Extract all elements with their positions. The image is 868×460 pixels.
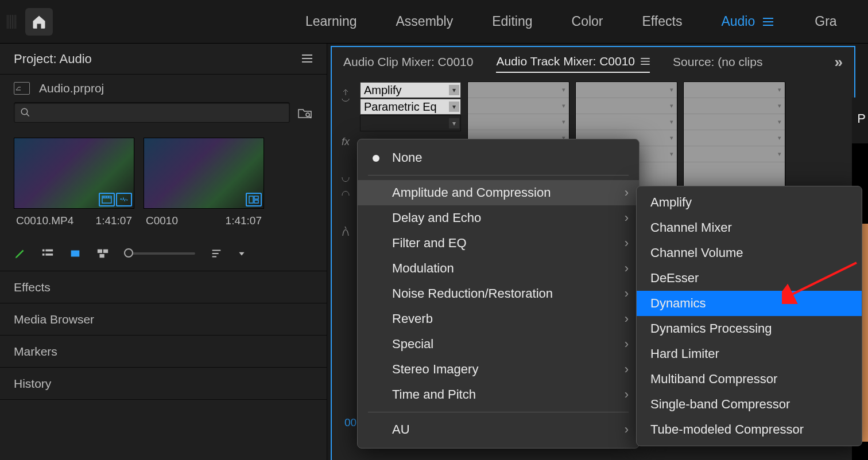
- panel-media-browser[interactable]: Media Browser: [0, 303, 327, 336]
- tab-source[interactable]: Source: (no clips: [673, 55, 762, 69]
- panel-effects[interactable]: Effects: [0, 271, 327, 303]
- fx-slot[interactable]: ▾: [684, 130, 785, 146]
- project-panel-title: Project: Audio: [14, 52, 92, 67]
- sequence-badge-icon: [246, 193, 262, 206]
- fx-deesser[interactable]: DeEsser: [637, 266, 862, 291]
- dropdown-icon[interactable]: ▾: [449, 118, 459, 128]
- chevron-right-icon: ›: [625, 185, 629, 200]
- fx-cat-stereo[interactable]: Stereo Imagery›: [358, 357, 639, 382]
- dropdown-icon[interactable]: ▾: [449, 85, 459, 95]
- dropdown-icon[interactable]: ▾: [449, 102, 459, 112]
- fx-cat-modulation[interactable]: Modulation›: [358, 256, 639, 281]
- chevron-right-icon: ›: [625, 286, 629, 301]
- workspace-menu-icon[interactable]: [763, 14, 773, 29]
- fx-slot[interactable]: ▾: [576, 98, 677, 114]
- fx-dynamics-processing[interactable]: Dynamics Processing: [637, 316, 862, 341]
- sort-dropdown-icon[interactable]: [238, 250, 246, 258]
- project-up-icon[interactable]: [14, 82, 30, 95]
- workspace-editing[interactable]: Editing: [492, 14, 532, 29]
- fx-slot-label: Parametric Eq: [364, 100, 437, 114]
- fx-slot[interactable]: ▾: [576, 114, 677, 130]
- audio-badge-icon: [116, 193, 132, 206]
- bin-item-1[interactable]: C0010 1:41:07: [144, 138, 264, 227]
- fx-cat-reverb[interactable]: Reverb›: [358, 306, 639, 332]
- panel-menu-icon[interactable]: [301, 52, 313, 65]
- zoom-slider[interactable]: [124, 252, 195, 255]
- fx-slot[interactable]: ▾: [684, 146, 785, 162]
- tab-clip-mixer[interactable]: Audio Clip Mixer: C0010: [343, 55, 473, 69]
- tab-menu-icon[interactable]: [641, 58, 650, 65]
- list-view-icon[interactable]: [41, 247, 54, 260]
- new-bin-button[interactable]: [297, 104, 313, 120]
- panel-history[interactable]: History: [0, 368, 327, 400]
- tab-track-mixer[interactable]: Audio Track Mixer: C0010: [496, 54, 650, 73]
- fx-none[interactable]: None: [358, 145, 639, 170]
- fx-slot[interactable]: ▾: [468, 114, 569, 130]
- chevron-right-icon: ›: [625, 362, 629, 377]
- fx-cat-filter[interactable]: Filter and EQ›: [358, 231, 639, 256]
- fx-hard-limiter[interactable]: Hard Limiter: [637, 341, 862, 367]
- chevron-right-icon: ›: [625, 261, 629, 276]
- fx-rail-label: fx: [342, 130, 350, 154]
- project-search[interactable]: [14, 102, 290, 123]
- chevron-right-icon: ›: [625, 210, 629, 225]
- home-button[interactable]: [25, 8, 53, 36]
- svg-point-1: [306, 113, 309, 116]
- fx-tube-compressor[interactable]: Tube-modeled Compressor: [637, 417, 862, 442]
- fx-slot-2[interactable]: ▾: [360, 115, 461, 131]
- pan-rail-icon: [341, 85, 350, 109]
- svg-rect-5: [254, 200, 258, 203]
- workspace-learning[interactable]: Learning: [305, 14, 357, 29]
- sort-icon[interactable]: [210, 247, 223, 260]
- fx-slot[interactable]: ▾: [468, 82, 569, 98]
- fx-slot-0[interactable]: Amplify▾: [360, 82, 461, 98]
- svg-point-0: [21, 108, 28, 115]
- svg-rect-13: [100, 254, 104, 258]
- svg-rect-7: [45, 250, 53, 252]
- fx-slot[interactable]: ▾: [576, 82, 677, 98]
- bin-item-0[interactable]: C0010.MP4 1:41:07: [14, 138, 134, 227]
- fx-cat-special[interactable]: Special›: [358, 332, 639, 357]
- fx-slot[interactable]: ▾: [684, 114, 785, 130]
- fx-slot[interactable]: ▾: [468, 98, 569, 114]
- freeform-view-icon[interactable]: [96, 247, 109, 260]
- fx-slot[interactable]: ▾: [684, 82, 785, 98]
- workspace-audio-label: Audio: [721, 14, 755, 29]
- svg-rect-3: [249, 196, 253, 203]
- thumbnail: [144, 138, 264, 209]
- workspace-effects[interactable]: Effects: [642, 14, 683, 29]
- fx-cat-time[interactable]: Time and Pitch›: [358, 382, 639, 407]
- menu-label: Special: [392, 337, 433, 352]
- workspace-graphics[interactable]: Gra: [815, 14, 836, 29]
- fx-cat-delay[interactable]: Delay and Echo›: [358, 205, 639, 231]
- fx-singleband-compressor[interactable]: Single-band Compressor: [637, 392, 862, 417]
- workspace-audio[interactable]: Audio: [721, 14, 773, 29]
- fx-cat-au[interactable]: AU›: [358, 417, 639, 442]
- fx-channel-volume[interactable]: Channel Volume: [637, 240, 862, 266]
- fx-cat-noise[interactable]: Noise Reduction/Restoration›: [358, 281, 639, 306]
- panel-markers[interactable]: Markers: [0, 336, 327, 368]
- zoom-slider-knob[interactable]: [124, 248, 133, 258]
- workspace-color[interactable]: Color: [572, 14, 603, 29]
- fx-category-menu: None Amplitude and Compression› Delay an…: [357, 139, 640, 449]
- fx-cat-amplitude[interactable]: Amplitude and Compression›: [358, 180, 639, 205]
- fx-slot-1[interactable]: Parametric Eq▾: [360, 99, 461, 115]
- search-icon: [20, 107, 30, 118]
- tabs-overflow-icon[interactable]: »: [835, 53, 843, 71]
- workspace-assembly[interactable]: Assembly: [396, 14, 454, 29]
- menu-label: Stereo Imagery: [392, 362, 478, 377]
- menu-label: Delay and Echo: [392, 210, 481, 225]
- pencil-icon[interactable]: [14, 247, 26, 260]
- fx-amplify[interactable]: Amplify: [637, 190, 862, 215]
- fx-dynamics[interactable]: Dynamics: [637, 291, 862, 316]
- fx-multiband-compressor[interactable]: Multiband Compressor: [637, 367, 862, 392]
- menu-label: Noise Reduction/Restoration: [392, 286, 553, 301]
- fx-channel-mixer[interactable]: Channel Mixer: [637, 215, 862, 240]
- fx-slot[interactable]: ▾: [684, 98, 785, 114]
- automation-rail-icon: [340, 219, 351, 243]
- fx-submenu: Amplify Channel Mixer Channel Volume DeE…: [636, 186, 862, 446]
- svg-rect-6: [42, 250, 45, 252]
- menu-divider: [368, 412, 629, 412]
- icon-view-icon[interactable]: [69, 247, 82, 260]
- svg-rect-4: [254, 196, 258, 199]
